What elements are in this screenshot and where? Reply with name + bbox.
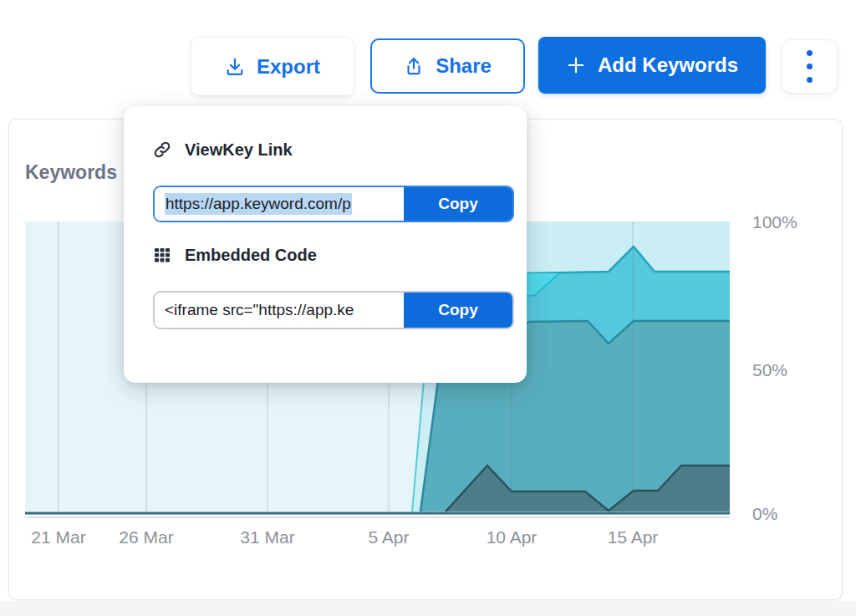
embedded-code-value: <iframe src="https://app.ke: [165, 301, 354, 319]
more-options-button[interactable]: [782, 39, 838, 94]
embedded-code-row: Embedded Code: [152, 245, 317, 265]
x-axis-label: 31 Mar: [240, 527, 294, 547]
share-button[interactable]: Share: [370, 38, 525, 94]
export-button[interactable]: Export: [191, 37, 354, 96]
share-icon: [404, 56, 424, 76]
kebab-icon: [807, 50, 813, 83]
link-icon: [152, 140, 172, 160]
embedded-code-input[interactable]: <iframe src="https://app.ke: [155, 293, 404, 328]
export-label: Export: [257, 55, 320, 79]
x-axis-label: 26 Mar: [119, 527, 173, 547]
viewkey-link-input-group: https://app.keyword.com/p Copy: [153, 186, 514, 222]
viewkey-link-title: ViewKey Link: [185, 140, 293, 160]
embed-copy-button[interactable]: Copy: [404, 293, 512, 328]
x-axis-label: 10 Apr: [487, 527, 538, 547]
viewkey-link-value: https://app.keyword.com/p: [165, 193, 352, 215]
download-icon: [225, 57, 245, 77]
viewkey-copy-button[interactable]: Copy: [404, 187, 512, 221]
embedded-code-input-group: <iframe src="https://app.ke Copy: [153, 291, 514, 329]
y-axis-label: 100%: [752, 212, 797, 232]
grid-icon: [152, 245, 172, 265]
y-axis-label: 50%: [752, 360, 787, 380]
viewkey-link-input[interactable]: https://app.keyword.com/p: [155, 187, 404, 221]
x-axis-label: 5 Apr: [368, 527, 409, 547]
plus-icon: [566, 55, 586, 75]
share-popover: ViewKey Link https://app.keyword.com/p C…: [124, 106, 527, 383]
viewkey-link-row: ViewKey Link: [152, 140, 293, 160]
x-axis-label: 21 Mar: [31, 527, 85, 547]
x-axis-label: 15 Apr: [608, 527, 659, 547]
card-title: Keywords: [25, 161, 117, 184]
add-keywords-label: Add Keywords: [598, 53, 738, 77]
embedded-code-title: Embedded Code: [185, 246, 317, 265]
y-axis-label: 0%: [752, 504, 777, 524]
share-label: Share: [436, 54, 492, 78]
page-bottom-strip: [0, 601, 856, 616]
add-keywords-button[interactable]: Add Keywords: [538, 37, 766, 94]
